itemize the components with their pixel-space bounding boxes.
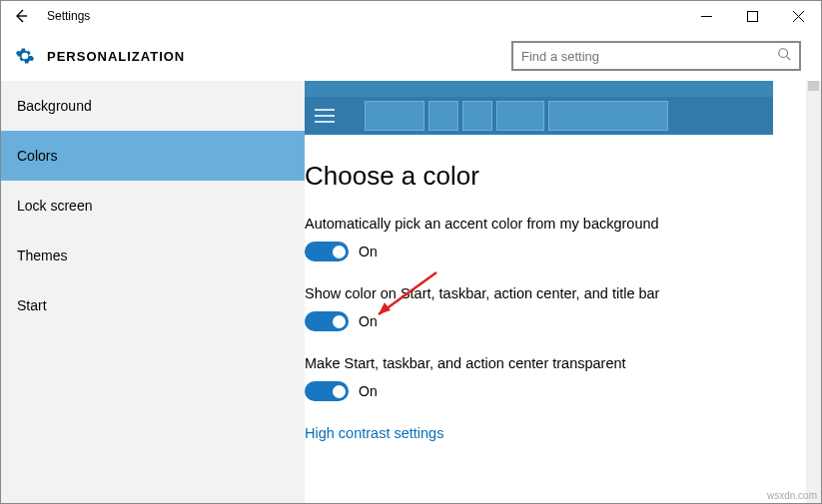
sidebar-item-label: Background bbox=[17, 98, 92, 114]
close-button[interactable] bbox=[775, 1, 821, 31]
toggle-state: On bbox=[359, 313, 378, 329]
toggle-show-color[interactable] bbox=[305, 311, 349, 331]
titlebar: Settings bbox=[1, 1, 821, 31]
settings-window: Settings PERSONALIZATION Background Colo… bbox=[0, 0, 822, 504]
svg-line-5 bbox=[787, 57, 791, 61]
sidebar: Background Colors Lock screen Themes Sta… bbox=[1, 81, 305, 503]
toggle-auto-accent[interactable] bbox=[305, 242, 349, 261]
sidebar-item-label: Start bbox=[17, 297, 47, 313]
toggle-state: On bbox=[359, 244, 378, 259]
svg-rect-1 bbox=[747, 11, 757, 21]
minimize-button[interactable] bbox=[683, 1, 729, 31]
sidebar-item-lock-screen[interactable]: Lock screen bbox=[1, 181, 305, 231]
section-heading: Choose a color bbox=[305, 161, 803, 192]
window-title: Settings bbox=[41, 9, 90, 23]
gear-icon bbox=[15, 46, 35, 66]
sidebar-item-start[interactable]: Start bbox=[1, 280, 305, 330]
body: Background Colors Lock screen Themes Sta… bbox=[1, 81, 821, 503]
scrollbar[interactable] bbox=[806, 81, 821, 503]
svg-point-4 bbox=[779, 49, 788, 58]
main-content: Choose a color Automatically pick an acc… bbox=[305, 81, 821, 503]
color-preview bbox=[305, 81, 773, 135]
back-button[interactable] bbox=[1, 1, 41, 31]
sidebar-item-label: Colors bbox=[17, 148, 57, 164]
maximize-button[interactable] bbox=[729, 1, 775, 31]
sidebar-item-background[interactable]: Background bbox=[1, 81, 305, 131]
scrollbar-thumb[interactable] bbox=[808, 81, 819, 91]
option-label-auto-accent: Automatically pick an accent color from … bbox=[305, 216, 803, 232]
toggle-state: On bbox=[359, 383, 378, 399]
high-contrast-link[interactable]: High contrast settings bbox=[305, 425, 443, 441]
header: PERSONALIZATION bbox=[1, 31, 821, 81]
watermark: wsxdn.com bbox=[767, 490, 817, 501]
sidebar-item-themes[interactable]: Themes bbox=[1, 231, 305, 280]
option-label-show-color: Show color on Start, taskbar, action cen… bbox=[305, 285, 803, 301]
search-input[interactable] bbox=[521, 49, 777, 64]
option-label-transparent: Make Start, taskbar, and action center t… bbox=[305, 355, 803, 371]
search-box[interactable] bbox=[511, 41, 801, 71]
search-icon bbox=[777, 47, 791, 65]
sidebar-item-label: Lock screen bbox=[17, 198, 92, 214]
toggle-transparent[interactable] bbox=[305, 381, 349, 401]
sidebar-item-colors[interactable]: Colors bbox=[1, 131, 305, 181]
sidebar-item-label: Themes bbox=[17, 248, 68, 263]
page-title: PERSONALIZATION bbox=[47, 49, 185, 64]
